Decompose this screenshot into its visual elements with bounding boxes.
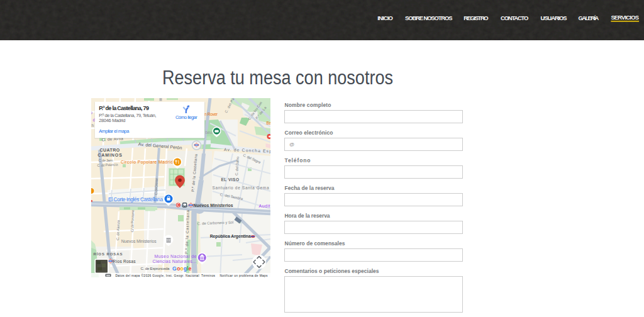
svg-text:Teléfono: Teléfono — [285, 157, 311, 164]
svg-text:e: e — [189, 265, 192, 272]
svg-text:g: g — [184, 265, 187, 272]
svg-text:G: G — [172, 265, 177, 272]
svg-text:Santuario de Santa Gema: Santuario de Santa Gema — [213, 186, 269, 190]
svg-text:C. de Jaén: C. de Jaén — [99, 158, 113, 162]
svg-text:Términos: Términos — [201, 274, 216, 277]
svg-text:28046 Madrid: 28046 Madrid — [99, 118, 125, 123]
svg-text:Reserva tu mesa con nosotros: Reserva tu mesa con nosotros — [162, 66, 393, 88]
svg-text:EL VISO: EL VISO — [221, 177, 240, 182]
svg-text:Ciencias Naturales...: Ciencias Naturales... — [153, 259, 197, 264]
svg-text:CUATRO: CUATRO — [100, 148, 120, 152]
svg-text:Comentarios o peticiones espec: Comentarios o peticiones especiales — [285, 268, 379, 274]
svg-text:C. de Orense: C. de Orense — [154, 178, 158, 195]
svg-text:CONTACTO: CONTACTO — [501, 14, 528, 21]
svg-text:Datos del mapa ©2026 Google, I: Datos del mapa ©2026 Google, Inst. Geogr… — [116, 274, 199, 277]
svg-text:Nuevos Ministerios: Nuevos Ministerios — [194, 203, 233, 208]
svg-text:Circolo Popolare Madrid: Circolo Popolare Madrid — [121, 160, 173, 165]
svg-text:Correo electrónico: Correo electrónico — [285, 130, 333, 136]
svg-text:Museo Nacional de: Museo Nacional de — [155, 254, 197, 259]
svg-text:GALERÍA: GALERÍA — [578, 14, 599, 21]
svg-text:Notificar un problema de Maps: Notificar un problema de Maps — [220, 274, 269, 277]
svg-text:USUARIOS: USUARIOS — [541, 14, 567, 21]
svg-text:INICIO: INICIO — [377, 14, 393, 21]
svg-text:Fecha de la reserva: Fecha de la reserva — [285, 185, 335, 191]
svg-text:C. de Espronceda: C. de Espronceda — [141, 266, 170, 270]
svg-text:n Rover: n Rover — [204, 112, 218, 116]
svg-text:República Argentina: República Argentina — [210, 234, 251, 239]
svg-text:CAMINOS: CAMINOS — [97, 153, 122, 157]
svg-text:Ba: Ba — [267, 121, 271, 125]
svg-text:Nuevos Ministerios: Nuevos Ministerios — [121, 239, 157, 243]
svg-text:béu: béu — [206, 130, 213, 135]
svg-text:SOBRE NOSOTROS: SOBRE NOSOTROS — [405, 14, 453, 21]
svg-text:Nombre completo: Nombre completo — [285, 102, 331, 108]
svg-text:h: h — [92, 123, 94, 128]
svg-text:Número de comensales: Número de comensales — [285, 240, 345, 247]
svg-text:C. de Alenza: C. de Alenza — [116, 220, 120, 240]
svg-text:Ríos Rosas: Ríos Rosas — [113, 259, 136, 264]
svg-text:El Corte Inglés Castellana: El Corte Inglés Castellana — [108, 196, 163, 203]
svg-text:C/ de Ponzano: C/ de Ponzano — [130, 210, 135, 232]
svg-text:Cómo llegar: Cómo llegar — [175, 114, 197, 120]
svg-text:SERVICIOS: SERVICIOS — [611, 14, 639, 21]
svg-text:P.º de la Castellana, 79: P.º de la Castellana, 79 — [99, 105, 149, 111]
svg-text:REGISTRO: REGISTRO — [464, 14, 488, 21]
svg-text:Ampliar el mapa: Ampliar el mapa — [99, 128, 130, 134]
svg-text:Hora de la reserva: Hora de la reserva — [285, 213, 330, 219]
svg-text:RÍOS ROSAS: RÍOS ROSAS — [94, 252, 123, 256]
svg-text:Audit: Audit — [259, 204, 270, 208]
